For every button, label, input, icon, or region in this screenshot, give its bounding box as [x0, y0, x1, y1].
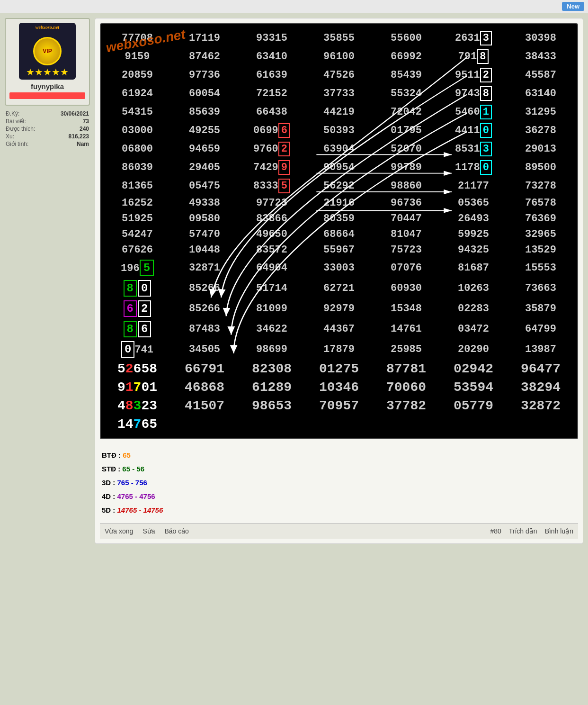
logo-image: webxoso.net VIP ★★★★★ — [19, 23, 76, 80]
grid-cell: 85266 — [171, 278, 238, 298]
grid-cell: 87462 — [171, 47, 238, 66]
grid-cell: 0741 — [104, 339, 171, 360]
grid-cell: 73278 — [507, 177, 574, 195]
post-number: #80 — [490, 527, 501, 535]
logo-area: webxoso.net VIP ★★★★★ fuynypika — [5, 18, 90, 106]
grid-table: 7770817119933153585555600263133039891598… — [104, 29, 574, 434]
grid-cell: 93315 — [238, 29, 305, 47]
action-comment[interactable]: Bình luận — [545, 527, 573, 535]
grid-cell: 47526 — [305, 66, 373, 84]
top-bar: New — [0, 0, 588, 13]
btd-value: 65 — [123, 451, 131, 459]
grid-cell: 94325 — [440, 242, 507, 258]
grid-cell: 33003 — [305, 258, 373, 278]
grid-cell: 32965 — [507, 226, 574, 242]
grid-cell: 63904 — [305, 140, 373, 158]
grid-cell: 66791 — [171, 360, 238, 378]
grid-cell: 98653 — [238, 397, 305, 415]
grid-cell: 25985 — [373, 339, 440, 360]
table-row: 1965328716490433003070768168715553 — [104, 258, 574, 278]
grid-cell: 7918 — [440, 47, 507, 66]
std-value: 65 - 56 — [122, 465, 144, 473]
table-row: 86039294057429990954997891178089500 — [104, 158, 574, 177]
grid-cell: 37733 — [305, 84, 373, 103]
table-row: Bài viết: 73 — [6, 118, 89, 125]
table-row: 0741345059869917879259852029013987 — [104, 339, 574, 360]
td3-label: 3D : — [102, 479, 115, 487]
analysis-section: BTĐ : 65 STĐ : 65 - 56 3D : 765 - 756 4D… — [100, 445, 578, 521]
action-report[interactable]: Báo cáo — [165, 527, 189, 535]
table-row: Xu: 816,223 — [6, 133, 89, 140]
grid-cell: 96736 — [373, 195, 440, 211]
grid-cell: 26313 — [440, 29, 507, 47]
lottery-grid: webxoso.net — [100, 23, 578, 439]
grid-cell: 07076 — [373, 258, 440, 278]
table-row: Giới tính: Nam — [6, 141, 89, 147]
grid-cell: 81687 — [440, 258, 507, 278]
grid-cell: 44110 — [440, 121, 507, 140]
action-just-now[interactable]: Vừa xong — [105, 527, 133, 535]
table-row: 03000492550699650393017954411036278 — [104, 121, 574, 140]
grid-cell: 01275 — [305, 360, 373, 378]
posts-value: 73 — [49, 118, 89, 125]
vip-badge: VIP — [33, 37, 62, 65]
grid-cell: 81365 — [104, 177, 171, 195]
grid-cell: 68664 — [305, 226, 373, 242]
action-edit[interactable]: Sửa — [143, 527, 155, 535]
grid-cell: 20290 — [440, 339, 507, 360]
grid-cell: 86039 — [104, 158, 171, 177]
grid-cell: 72152 — [238, 84, 305, 103]
main-layout: webxoso.net VIP ★★★★★ fuynypika Đ.Ký: 30… — [0, 13, 588, 549]
table-row: 51925095808386680359704472649376369 — [104, 211, 574, 226]
grid-cell: 60054 — [171, 84, 238, 103]
grid-cell: 05779 — [440, 397, 507, 415]
xu-value: 816,223 — [49, 133, 89, 140]
grid-cell: 13529 — [507, 242, 574, 258]
grid-cell: 70957 — [305, 397, 373, 415]
grid-cell: 76369 — [507, 211, 574, 226]
action-quote[interactable]: Trích dẫn — [509, 527, 537, 535]
table-row: 61924600547215237733553249743863140 — [104, 84, 574, 103]
grid-cell: 61639 — [238, 66, 305, 84]
grid-cell: 56292 — [305, 177, 373, 195]
xu-label: Xu: — [6, 133, 48, 140]
grid-cell: 61924 — [104, 84, 171, 103]
grid-cell: 51714 — [238, 278, 305, 298]
grid-cell: 92979 — [305, 298, 373, 319]
grid-cell: 11780 — [440, 158, 507, 177]
grid-cell: 30398 — [507, 29, 574, 47]
grid-cell: 85313 — [440, 140, 507, 158]
grid-cell: 87483 — [171, 319, 238, 339]
grid-cell: 55967 — [305, 242, 373, 258]
grid-cell: 80359 — [305, 211, 373, 226]
table-row: 16252493389772321916967360536576578 — [104, 195, 574, 211]
grid-cell: 32872 — [507, 397, 574, 415]
grid-cell: 49650 — [238, 226, 305, 242]
grid-cell: 85266 — [171, 298, 238, 319]
grid-cell: 76578 — [507, 195, 574, 211]
grid-cell: 15348 — [373, 298, 440, 319]
grid-cell: 77708 — [104, 29, 171, 47]
grid-cell: 02942 — [440, 360, 507, 378]
table-row: 91701468686128910346700605359438294 — [104, 378, 574, 397]
rank-bar — [9, 92, 85, 99]
grid-cell: 98860 — [373, 177, 440, 195]
grid-cell: 62721 — [305, 278, 373, 298]
grid-cell: 67626 — [104, 242, 171, 258]
table-row: 52658667918230801275877810294296477 — [104, 360, 574, 378]
table-row: 48323415079865370957377820577932872 — [104, 397, 574, 415]
grid-cell: 41507 — [171, 397, 238, 415]
grid-cell: 97736 — [171, 66, 238, 84]
grid-cell: 62 — [104, 298, 171, 319]
std-label: STĐ : — [102, 465, 120, 473]
table-row: 06800946599760263904520708531329013 — [104, 140, 574, 158]
grid-cell: 59925 — [440, 226, 507, 242]
grid-cell: 44219 — [305, 103, 373, 121]
grid-cell: 73663 — [507, 278, 574, 298]
grid-cell: 53594 — [440, 378, 507, 397]
td4-label: 4D : — [102, 492, 115, 500]
grid-cell: 82308 — [238, 360, 305, 378]
grid-cell: 05475 — [171, 177, 238, 195]
grid-cell: 98699 — [238, 339, 305, 360]
grid-cell: 55324 — [373, 84, 440, 103]
